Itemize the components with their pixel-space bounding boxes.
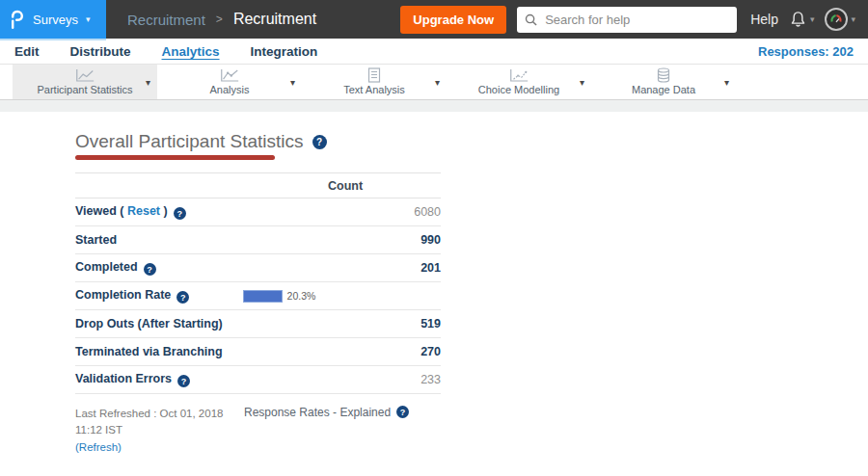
- row-value: 990: [420, 233, 441, 247]
- avatar: [825, 8, 848, 31]
- help-search-input[interactable]: [543, 12, 729, 28]
- chart-icon: [508, 68, 529, 83]
- chevron-down-icon[interactable]: ▾: [290, 77, 295, 88]
- app-window: Surveys ▾ Recruitment > Recruitment Upgr…: [0, 0, 868, 476]
- refresh-link[interactable]: (Refresh): [75, 441, 122, 453]
- row-label: Validation Errors?: [75, 372, 190, 388]
- search-icon: [525, 13, 537, 26]
- participant-stats-table: Count Viewed ( Reset )?6080Started990Com…: [75, 172, 441, 394]
- breadcrumb-current: Recruitment: [233, 11, 316, 28]
- notifications-menu[interactable]: ▾: [789, 11, 815, 29]
- chevron-down-icon: ▾: [810, 14, 815, 24]
- topbar-actions: Upgrade Now Help ▾: [400, 6, 868, 34]
- account-menu[interactable]: ▾: [825, 8, 855, 31]
- last-refreshed-text: Last Refreshed : Oct 01, 2018 11:12 IST: [75, 408, 223, 436]
- chevron-down-icon: ▾: [851, 14, 855, 24]
- chevron-down-icon[interactable]: ▾: [724, 77, 729, 88]
- table-row: Validation Errors?233: [75, 366, 441, 394]
- breadcrumb-parent[interactable]: Recruitment: [127, 12, 205, 28]
- page-title: Overall Participant Statistics: [75, 131, 304, 152]
- tab-participant-statistics[interactable]: Participant Statistics ▾: [13, 65, 157, 99]
- nav-item-edit[interactable]: Edit: [14, 44, 40, 59]
- chevron-down-icon: ▾: [86, 14, 91, 24]
- help-icon[interactable]: ?: [177, 375, 190, 387]
- stats-rows: Viewed ( Reset )?6080Started990Completed…: [75, 198, 441, 394]
- count-column-header: Count: [328, 179, 363, 193]
- analytics-toolbar: Participant Statistics ▾ Analysis ▾: [0, 64, 868, 100]
- completion-rate-value: 20.3%: [287, 290, 316, 302]
- row-label: Drop Outs (After Starting): [75, 317, 223, 331]
- main-content: Overall Participant Statistics ? Count V…: [0, 112, 868, 456]
- table-row: Completion Rate?20.3%: [75, 282, 441, 310]
- response-rates-explained: Response Rates - Explained ?: [244, 406, 409, 456]
- row-value: 519: [420, 317, 441, 331]
- tab-analysis[interactable]: Analysis ▾: [157, 65, 302, 99]
- row-label: Completed?: [75, 260, 156, 277]
- tab-label: Text Analysis: [343, 84, 405, 95]
- help-search[interactable]: [517, 7, 737, 33]
- row-label: Started: [75, 233, 117, 247]
- help-icon[interactable]: ?: [312, 135, 327, 149]
- help-link[interactable]: Help: [750, 12, 778, 27]
- table-header: Count: [75, 172, 441, 198]
- tab-choice-modelling[interactable]: Choice Modelling ▾: [447, 65, 591, 99]
- chevron-down-icon[interactable]: ▾: [435, 77, 440, 88]
- table-footer: Last Refreshed : Oct 01, 2018 11:12 IST …: [75, 406, 490, 456]
- bell-icon: [789, 11, 807, 29]
- divider-band: [0, 100, 868, 112]
- row-label: Terminated via Branching: [75, 345, 223, 358]
- responses-count[interactable]: Responses: 202: [758, 44, 854, 59]
- tab-label: Participant Statistics: [37, 84, 132, 95]
- upgrade-now-button[interactable]: Upgrade Now: [400, 6, 506, 34]
- surveys-menu[interactable]: Surveys ▾: [0, 0, 106, 39]
- logo-shadow: [0, 39, 106, 40]
- tab-label: Manage Data: [632, 84, 695, 95]
- row-value: 270: [420, 345, 441, 358]
- row-value: 233: [420, 373, 441, 386]
- survey-nav: Edit Distribute Analytics Integration Re…: [0, 39, 868, 64]
- chevron-down-icon[interactable]: ▾: [146, 77, 150, 88]
- row-value: 201: [420, 261, 441, 275]
- breadcrumb-separator: >: [216, 13, 223, 26]
- response-rates-label[interactable]: Response Rates - Explained: [244, 406, 391, 419]
- questionpro-logo-icon: [10, 9, 25, 30]
- breadcrumb: Recruitment > Recruitment: [127, 11, 316, 28]
- table-row: Completed?201: [75, 254, 441, 282]
- table-row: Drop Outs (After Starting)519: [75, 310, 441, 338]
- surveys-menu-label: Surveys: [33, 13, 78, 27]
- database-icon: [656, 68, 671, 83]
- line-chart-icon: [74, 68, 95, 83]
- help-icon[interactable]: ?: [144, 263, 156, 276]
- row-label: Completion Rate?: [75, 288, 189, 304]
- tab-label: Choice Modelling: [478, 84, 559, 95]
- nav-item-integration[interactable]: Integration: [251, 44, 318, 59]
- line-chart-icon: [219, 68, 240, 83]
- help-icon[interactable]: ?: [176, 291, 189, 304]
- chevron-down-icon[interactable]: ▾: [580, 77, 584, 88]
- nav-item-distribute[interactable]: Distribute: [70, 44, 131, 59]
- table-row: Started990: [75, 226, 441, 254]
- table-row: Viewed ( Reset )?6080: [75, 198, 441, 226]
- row-value: 6080: [414, 205, 441, 219]
- reset-link[interactable]: Reset: [123, 204, 163, 218]
- last-refreshed: Last Refreshed : Oct 01, 2018 11:12 IST …: [75, 406, 244, 456]
- red-underline-annotation: [75, 155, 275, 160]
- topbar: Surveys ▾ Recruitment > Recruitment Upgr…: [0, 0, 868, 39]
- help-icon[interactable]: ?: [174, 207, 186, 220]
- tab-text-analysis[interactable]: Text Analysis ▾: [302, 65, 447, 99]
- document-icon: [367, 68, 381, 83]
- help-icon[interactable]: ?: [396, 406, 409, 418]
- completion-rate-bar-area: 20.3%: [243, 290, 315, 303]
- tab-label: Analysis: [210, 84, 250, 95]
- row-label: Viewed ( Reset )?: [75, 204, 186, 221]
- completion-rate-bar: [243, 290, 283, 303]
- nav-item-analytics[interactable]: Analytics: [162, 44, 220, 59]
- table-row: Terminated via Branching270: [75, 338, 441, 366]
- tab-manage-data[interactable]: Manage Data ▾: [591, 65, 736, 99]
